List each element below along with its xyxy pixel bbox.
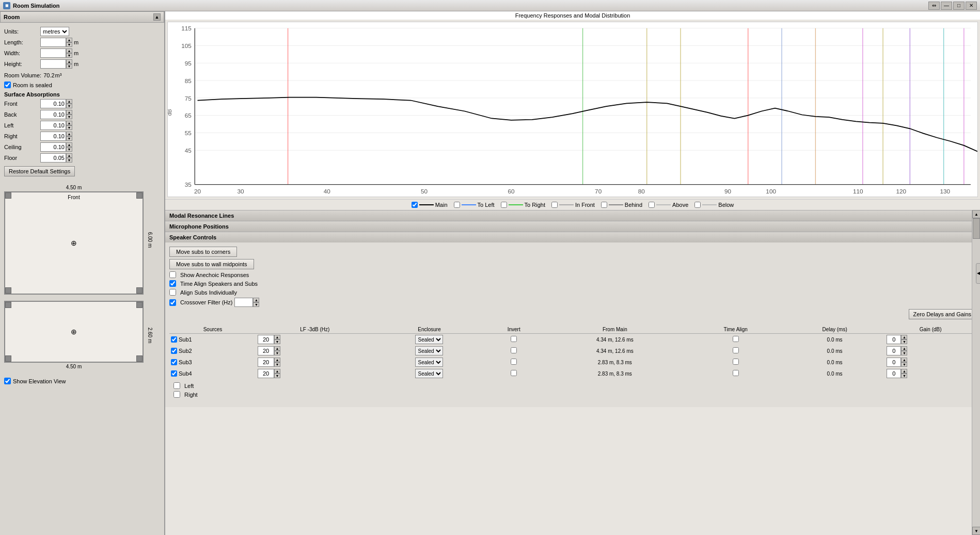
width-up-btn[interactable]: ▲: [66, 48, 72, 53]
time-align-sub-checkbox-0[interactable]: [733, 336, 739, 342]
show-anechoic-checkbox[interactable]: [169, 271, 176, 278]
time-align-sub-checkbox-1[interactable]: [733, 347, 739, 353]
gain-down-2[interactable]: ▼: [901, 362, 907, 367]
gain-down-3[interactable]: ▼: [901, 374, 907, 378]
window-maximize-btn[interactable]: □: [953, 2, 965, 10]
legend-above-checkbox[interactable]: [649, 202, 655, 208]
surface-down-floor[interactable]: ▼: [66, 158, 72, 163]
lf-up-1[interactable]: ▲: [274, 346, 280, 351]
gain-up-2[interactable]: ▲: [901, 358, 907, 362]
sub-checkbox-0[interactable]: [171, 336, 177, 343]
height-down-btn[interactable]: ▼: [66, 64, 72, 69]
surface-down-left[interactable]: ▼: [66, 125, 72, 130]
sealed-checkbox[interactable]: [4, 82, 11, 88]
surface-up-right[interactable]: ▲: [66, 132, 72, 136]
height-input[interactable]: 2.60: [40, 59, 66, 69]
gain-input-3[interactable]: [887, 369, 901, 378]
enclosure-select-2[interactable]: Sealed Ported: [415, 358, 443, 367]
width-input[interactable]: 4.50: [40, 48, 66, 58]
width-down-btn[interactable]: ▼: [66, 53, 72, 58]
crossover-input[interactable]: 50: [234, 298, 253, 307]
lf-down-0[interactable]: ▼: [274, 339, 280, 344]
gain-input-0[interactable]: [887, 335, 901, 344]
legend-to-right-checkbox[interactable]: [501, 202, 507, 208]
window-minimize-btn[interactable]: —: [941, 2, 952, 10]
surface-input-left[interactable]: [40, 121, 66, 130]
sub-checkbox-2[interactable]: [171, 359, 177, 365]
lf-down-1[interactable]: ▼: [274, 351, 280, 355]
lf-up-3[interactable]: ▲: [274, 369, 280, 374]
surface-input-floor[interactable]: [40, 153, 66, 163]
legend-main-checkbox[interactable]: [412, 202, 418, 208]
surface-up-back[interactable]: ▲: [66, 110, 72, 115]
height-up-btn[interactable]: ▲: [66, 59, 72, 64]
enclosure-select-1[interactable]: Sealed Ported: [415, 346, 443, 355]
surface-input-back[interactable]: [40, 110, 66, 119]
window-resize-btn[interactable]: ⇔: [928, 2, 940, 10]
gain-input-2[interactable]: [887, 358, 901, 367]
lf-up-2[interactable]: ▲: [274, 358, 280, 362]
sub-checkbox-1[interactable]: [171, 348, 177, 354]
surface-down-front[interactable]: ▼: [66, 104, 72, 108]
surface-up-front[interactable]: ▲: [66, 99, 72, 104]
gain-up-1[interactable]: ▲: [901, 346, 907, 351]
invert-checkbox-1[interactable]: [511, 347, 517, 353]
surface-up-ceiling[interactable]: ▲: [66, 142, 72, 147]
crossover-up-btn[interactable]: ▲: [253, 298, 259, 302]
room-collapse-btn[interactable]: ▲: [153, 13, 161, 21]
left-checkbox[interactable]: [173, 382, 180, 389]
surface-input-ceiling[interactable]: [40, 142, 66, 152]
surface-input-front[interactable]: [40, 99, 66, 108]
microphone-positions-header[interactable]: Microphone Positions ▼: [165, 221, 980, 232]
invert-checkbox-0[interactable]: [511, 336, 517, 342]
move-subs-midpoints-button[interactable]: Move subs to wall midpoints: [169, 259, 254, 269]
invert-checkbox-3[interactable]: [511, 370, 517, 376]
length-down-btn[interactable]: ▼: [66, 42, 72, 47]
scroll-up-btn[interactable]: ▲: [972, 210, 980, 218]
time-align-checkbox[interactable]: [169, 280, 176, 287]
time-align-sub-checkbox-3[interactable]: [733, 370, 739, 376]
legend-below-checkbox[interactable]: [694, 202, 701, 208]
lf-input-1[interactable]: [258, 346, 274, 355]
align-subs-checkbox[interactable]: [169, 289, 176, 296]
scroll-down-btn[interactable]: ▼: [972, 527, 980, 535]
gain-up-0[interactable]: ▲: [901, 335, 907, 339]
enclosure-select-0[interactable]: Sealed Ported: [415, 335, 443, 344]
move-subs-corners-button[interactable]: Move subs to corners: [169, 247, 237, 257]
gain-input-1[interactable]: [887, 346, 901, 355]
legend-in-front-checkbox[interactable]: [551, 202, 558, 208]
zero-delays-button[interactable]: Zero Delays and Gains: [909, 309, 976, 319]
gain-down-1[interactable]: ▼: [901, 351, 907, 355]
surface-up-left[interactable]: ▲: [66, 121, 72, 125]
window-close-btn[interactable]: ✕: [966, 2, 977, 10]
sub-checkbox-3[interactable]: [171, 370, 177, 377]
surface-down-back[interactable]: ▼: [66, 115, 72, 119]
crossover-checkbox[interactable]: [169, 299, 176, 306]
lf-input-0[interactable]: [258, 335, 274, 344]
speaker-controls-header[interactable]: Speaker Controls ▲: [165, 232, 980, 242]
surface-down-ceiling[interactable]: ▼: [66, 147, 72, 152]
scroll-thumb[interactable]: [973, 218, 980, 239]
invert-checkbox-2[interactable]: [511, 359, 517, 365]
length-up-btn[interactable]: ▲: [66, 38, 72, 42]
show-elevation-checkbox[interactable]: [4, 378, 11, 384]
lf-down-3[interactable]: ▼: [274, 374, 280, 378]
surface-input-right[interactable]: [40, 132, 66, 141]
gain-up-3[interactable]: ▲: [901, 369, 907, 374]
lf-down-2[interactable]: ▼: [274, 362, 280, 367]
time-align-sub-checkbox-2[interactable]: [733, 359, 739, 365]
gain-down-0[interactable]: ▼: [901, 339, 907, 344]
lf-input-2[interactable]: [258, 358, 274, 367]
legend-behind-checkbox[interactable]: [601, 202, 607, 208]
legend-to-left-checkbox[interactable]: [454, 202, 460, 208]
lf-up-0[interactable]: ▲: [274, 335, 280, 339]
lf-input-3[interactable]: [258, 369, 274, 378]
length-input[interactable]: 6.00: [40, 38, 66, 47]
restore-defaults-button[interactable]: Restore Default Settings: [4, 166, 75, 176]
modal-resonance-header[interactable]: Modal Resonance Lines ▼: [165, 210, 980, 221]
enclosure-select-3[interactable]: Sealed Ported: [415, 369, 443, 378]
surface-up-floor[interactable]: ▲: [66, 153, 72, 158]
panel-divider[interactable]: ◀▶: [976, 263, 980, 284]
units-select[interactable]: metres feet: [40, 27, 69, 36]
surface-down-right[interactable]: ▼: [66, 136, 72, 141]
